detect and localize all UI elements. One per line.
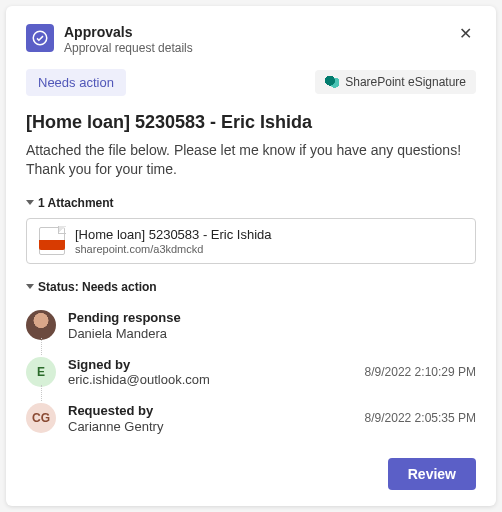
status-timeline: Pending response Daniela Mandera E Signe… [26,304,476,444]
step-time: 8/9/2022 2:10:29 PM [365,365,476,379]
timeline-step: E Signed by eric.ishida@outlook.com 8/9/… [26,351,476,398]
provider-badge: SharePoint eSignature [315,70,476,94]
approvals-app-icon [26,24,54,52]
avatar [26,310,56,340]
attachments-heading[interactable]: 1 Attachment [26,196,476,210]
timeline-step: Pending response Daniela Mandera [26,304,476,351]
sharepoint-icon [325,75,339,89]
caret-down-icon [26,200,34,205]
step-who: eric.ishida@outlook.com [68,372,353,387]
provider-label: SharePoint eSignature [345,75,466,89]
close-icon: ✕ [459,25,472,42]
status-badge: Needs action [26,69,126,96]
attachment-name: [Home loan] 5230583 - Eric Ishida [75,227,272,243]
dialog-footer: Review [26,450,476,490]
caret-down-icon [26,284,34,289]
svg-point-0 [33,31,47,45]
badge-row: Needs action SharePoint eSignature [26,69,476,96]
avatar: CG [26,403,56,433]
step-who: Carianne Gentry [68,419,353,434]
approvals-dialog: Approvals Approval request details ✕ Nee… [6,6,496,506]
step-time: 8/9/2022 2:05:35 PM [365,411,476,425]
status-heading[interactable]: Status: Needs action [26,280,476,294]
review-button[interactable]: Review [388,458,476,490]
dialog-header: Approvals Approval request details ✕ [26,24,476,55]
attachment-url: sharepoint.com/a3kdmckd [75,243,272,255]
step-label: Requested by [68,403,353,419]
request-body: Attached the file below. Please let me k… [26,141,476,180]
step-label: Pending response [68,310,464,326]
close-button[interactable]: ✕ [455,24,476,44]
dialog-subtitle: Approval request details [64,41,445,55]
file-icon [39,227,65,255]
step-who: Daniela Mandera [68,326,464,341]
dialog-title: Approvals [64,24,445,41]
avatar: E [26,357,56,387]
request-title: [Home loan] 5230583 - Eric Ishida [26,112,476,133]
attachment-item[interactable]: [Home loan] 5230583 - Eric Ishida sharep… [26,218,476,264]
step-label: Signed by [68,357,353,373]
timeline-step: CG Requested by Carianne Gentry 8/9/2022… [26,397,476,444]
